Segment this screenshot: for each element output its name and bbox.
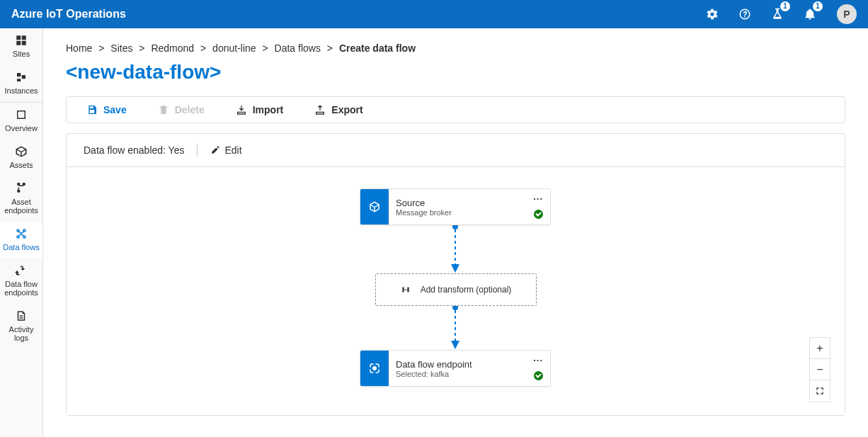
- zoom-in-button[interactable]: +: [810, 338, 830, 359]
- nav-label: Overview: [5, 124, 38, 132]
- main-content: Home > Sites > Redmond > donut-line > Da…: [43, 28, 868, 437]
- nav-label: Data flows: [3, 243, 39, 251]
- node-dest-title: Data flow endpoint: [396, 359, 543, 370]
- nav-assets[interactable]: Assets: [0, 140, 42, 176]
- diagnostics-badge: 1: [780, 1, 790, 11]
- sites-icon: [15, 34, 28, 47]
- page-title: <new-data-flow>: [66, 61, 845, 84]
- nav-label: Instances: [4, 86, 38, 95]
- import-label: Import: [253, 104, 284, 115]
- status-value: Yes: [169, 144, 185, 156]
- node-source-menu[interactable]: ···: [533, 193, 543, 204]
- dfe-icon: [15, 264, 28, 277]
- notifications-badge: 1: [813, 1, 823, 11]
- crumb-sep: >: [327, 42, 333, 54]
- crumb-line[interactable]: donut-line: [212, 42, 256, 54]
- node-dest-icon-box: [360, 351, 389, 386]
- asset-endpoints-icon: [15, 182, 28, 195]
- help-icon: [738, 8, 751, 21]
- settings-button[interactable]: [701, 3, 724, 25]
- endpoint-icon: [368, 362, 381, 375]
- help-button[interactable]: [733, 3, 756, 25]
- notifications-button[interactable]: 1: [799, 3, 821, 25]
- node-dest-subtitle: Selected: kafka: [396, 370, 543, 378]
- transform-icon: [401, 285, 411, 295]
- instances-icon: [15, 71, 28, 84]
- crumb-sep: >: [139, 42, 144, 54]
- zoom-out-button[interactable]: −: [810, 359, 830, 380]
- nav-activity-logs[interactable]: Activity logs: [0, 304, 42, 349]
- node-source-body: Source Message broker: [389, 189, 550, 225]
- crumb-sites[interactable]: Sites: [110, 42, 132, 54]
- delete-label: Delete: [175, 104, 205, 115]
- nav-label: Assets: [9, 161, 33, 169]
- canvas-panel: Data flow enabled: Yes Edit: [66, 133, 845, 416]
- status-bar: Data flow enabled: Yes Edit: [67, 134, 845, 167]
- save-button[interactable]: Save: [86, 104, 127, 115]
- nav-instances[interactable]: Instances: [0, 65, 42, 102]
- fit-icon: [815, 386, 825, 396]
- status-ok-icon: [534, 371, 543, 380]
- import-button[interactable]: Import: [236, 104, 284, 115]
- header-actions: 1 1 P: [701, 3, 857, 25]
- crumb-home[interactable]: Home: [66, 42, 92, 54]
- status-text: Data flow enabled: Yes: [84, 144, 184, 156]
- nav-data-flows[interactable]: Data flows: [0, 222, 42, 259]
- save-label: Save: [103, 104, 127, 115]
- assets-icon: [15, 145, 28, 158]
- nav-label: Sites: [13, 50, 30, 58]
- status-label: Data flow enabled:: [84, 144, 166, 156]
- node-source[interactable]: Source Message broker ···: [360, 188, 551, 225]
- nav-asset-endpoints[interactable]: Asset endpoints: [0, 176, 42, 222]
- crumb-redmond[interactable]: Redmond: [151, 42, 194, 54]
- transform-label: Add transform (optional): [421, 285, 512, 295]
- export-label: Export: [331, 104, 362, 115]
- nav-overview[interactable]: Overview: [0, 102, 42, 140]
- crumb-current: Create data flow: [339, 42, 416, 54]
- zoom-panel: + −: [809, 337, 830, 402]
- nav-label: Asset endpoints: [3, 198, 40, 215]
- save-icon: [86, 104, 98, 115]
- nav-label: Data flow endpoints: [3, 280, 40, 297]
- crumb-sep: >: [98, 42, 104, 54]
- data-flows-icon: [15, 227, 28, 240]
- flow-canvas[interactable]: Source Message broker ··· Add transform …: [67, 167, 845, 415]
- nav-data-flow-endpoints[interactable]: Data flow endpoints: [0, 259, 42, 304]
- crumb-sep: >: [200, 42, 206, 54]
- crumb-sep: >: [262, 42, 268, 54]
- add-transform-button[interactable]: Add transform (optional): [375, 273, 537, 306]
- delete-button: Delete: [158, 104, 205, 115]
- status-ok-icon: [534, 210, 543, 219]
- command-bar: Save Delete Import Export: [66, 96, 845, 123]
- node-dest-body: Data flow endpoint Selected: kafka: [389, 351, 550, 386]
- app-title: Azure IoT Operations: [11, 8, 126, 21]
- pencil-icon: [210, 145, 220, 155]
- edit-label: Edit: [224, 144, 241, 156]
- node-dest-menu[interactable]: ···: [533, 355, 543, 365]
- activity-logs-icon: [15, 310, 28, 322]
- edit-button[interactable]: Edit: [210, 144, 241, 156]
- side-nav: Sites Instances Overview Assets Asset en…: [0, 28, 43, 437]
- zoom-fit-button[interactable]: [810, 380, 830, 402]
- export-icon: [314, 104, 326, 115]
- crumb-section[interactable]: Data flows: [275, 42, 321, 54]
- divider: [197, 144, 198, 157]
- user-avatar[interactable]: P: [837, 4, 857, 24]
- diagnostics-button[interactable]: 1: [766, 3, 789, 25]
- nav-sites[interactable]: Sites: [0, 28, 42, 65]
- breadcrumb: Home > Sites > Redmond > donut-line > Da…: [66, 42, 845, 54]
- node-source-title: Source: [396, 198, 543, 208]
- import-icon: [236, 104, 247, 115]
- node-destination[interactable]: Data flow endpoint Selected: kafka ···: [360, 350, 551, 387]
- gear-icon: [706, 8, 719, 21]
- node-source-subtitle: Message broker: [396, 208, 543, 217]
- delete-icon: [158, 104, 169, 115]
- app-header: Azure IoT Operations 1 1 P: [0, 0, 868, 28]
- cube-icon: [368, 200, 381, 213]
- overview-icon: [15, 108, 28, 121]
- node-source-icon-box: [360, 189, 389, 225]
- nav-label: Activity logs: [3, 325, 40, 342]
- export-button[interactable]: Export: [314, 104, 362, 115]
